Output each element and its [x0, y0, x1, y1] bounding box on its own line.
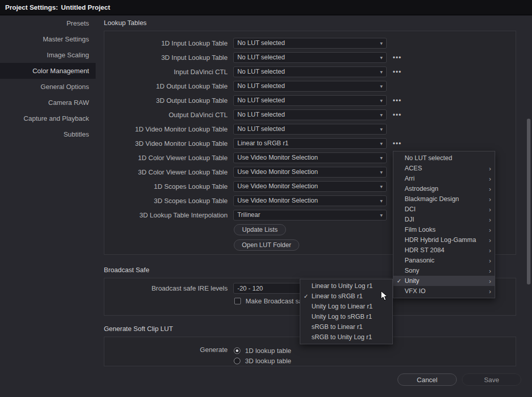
menu-item-label: Sony — [405, 267, 485, 274]
submenu-arrow-icon: › — [485, 216, 495, 224]
more-options-button[interactable]: ••• — [393, 140, 402, 147]
dropdown-value: No LUT selected — [237, 97, 377, 104]
chevron-down-icon: ▾ — [380, 126, 383, 132]
chevron-down-icon: ▾ — [380, 141, 383, 146]
menu-item-unity[interactable]: ✓ Unity › — [393, 276, 495, 286]
chevron-down-icon: ▾ — [380, 83, 383, 89]
field-label: Input DaVinci CTL — [104, 68, 228, 76]
submenu-item-linear-to-srgb[interactable]: ✓ Linear to sRGB r1 — [300, 291, 392, 301]
menu-item-arri[interactable]: Arri › — [393, 173, 495, 184]
open-lut-folder-button[interactable]: Open LUT Folder — [234, 239, 299, 251]
row-1d-video-monitor-lut: 1D Video Monitor Lookup Table No LUT sel… — [104, 122, 516, 136]
sidebar-item-general-options[interactable]: General Options — [0, 79, 96, 95]
dropdown-1d-output-lut[interactable]: No LUT selected ▾ — [233, 81, 387, 92]
chevron-down-icon: ▾ — [380, 212, 383, 218]
submenu-item-linear-to-unity-log[interactable]: Linear to Unity Log r1 — [300, 281, 392, 291]
sidebar-item-image-scaling[interactable]: Image Scaling — [0, 47, 96, 63]
dropdown-1d-video-monitor-lut[interactable]: No LUT selected ▾ — [233, 124, 387, 135]
sidebar-item-master-settings[interactable]: Master Settings — [0, 31, 96, 47]
menu-item-aces[interactable]: ACES › — [393, 163, 495, 173]
menu-item-label: sRGB to Unity Log r1 — [312, 334, 392, 341]
field-label: 1D Color Viewer Lookup Table — [104, 154, 228, 162]
field-label: 1D Input Lookup Table — [104, 39, 228, 47]
option-1d-lookup-table[interactable]: 1D lookup table — [234, 345, 291, 356]
sidebar-item-capture-playback[interactable]: Capture and Playback — [0, 111, 96, 126]
menu-item-astrodesign[interactable]: Astrodesign › — [393, 184, 495, 194]
submenu-arrow-icon: › — [485, 195, 495, 203]
dropdown-3d-lut-interpolation[interactable]: Trilinear ▾ — [233, 210, 387, 220]
menu-item-blackmagic-design[interactable]: Blackmagic Design › — [393, 194, 495, 204]
chevron-down-icon: ▾ — [380, 112, 383, 118]
radio-1d-selected[interactable] — [234, 347, 240, 354]
submenu-arrow-icon: › — [485, 165, 495, 172]
sidebar-item-presets[interactable]: Presets — [0, 15, 96, 31]
field-label: Output DaVinci CTL — [104, 111, 228, 119]
field-label: 1D Video Monitor Lookup Table — [104, 125, 228, 133]
dropdown-value: No LUT selected — [237, 39, 377, 47]
submenu-item-unity-log-to-linear[interactable]: Unity Log to Linear r1 — [300, 301, 392, 312]
dropdown-input-davinci-ctl[interactable]: No LUT selected ▾ — [233, 67, 387, 77]
submenu-arrow-icon: › — [485, 236, 495, 244]
check-icon: ✓ — [393, 278, 405, 284]
menu-item-label: ACES — [405, 165, 485, 172]
sidebar-item-color-management[interactable]: Color Management — [0, 63, 96, 79]
make-broadcast-safe-checkbox[interactable] — [234, 298, 241, 304]
sidebar-item-subtitles[interactable]: Subtitles — [0, 126, 96, 142]
menu-item-label: VFX IO — [405, 288, 485, 295]
sidebar-item-camera-raw[interactable]: Camera RAW — [0, 95, 96, 111]
menu-item-film-looks[interactable]: Film Looks › — [393, 225, 495, 235]
chevron-down-icon: ▾ — [380, 40, 383, 46]
dropdown-1d-scopes-lut[interactable]: Use Video Monitor Selection ▾ — [233, 181, 387, 192]
menu-item-dji[interactable]: DJI › — [393, 214, 495, 225]
row-3d-input-lut: 3D Input Lookup Table No LUT selected ▾ … — [104, 50, 516, 64]
dropdown-1d-input-lut[interactable]: No LUT selected ▾ — [233, 38, 387, 49]
submenu-arrow-icon: › — [485, 206, 495, 213]
menu-item-hdr-st-2084[interactable]: HDR ST 2084 › — [393, 245, 495, 255]
more-options-button[interactable]: ••• — [393, 68, 402, 75]
cancel-button[interactable]: Cancel — [397, 373, 457, 386]
dropdown-3d-scopes-lut[interactable]: Use Video Monitor Selection ▾ — [233, 195, 387, 206]
radio-label: 1D lookup table — [245, 347, 291, 355]
menu-item-label: Unity — [405, 277, 485, 284]
submenu-item-srgb-to-linear[interactable]: sRGB to Linear r1 — [300, 322, 392, 332]
title-bar: Project Settings: Untitled Project — [0, 0, 532, 15]
submenu-item-unity-log-to-srgb[interactable]: Unity Log to sRGB r1 — [300, 312, 392, 322]
more-options-button[interactable]: ••• — [393, 97, 402, 104]
dropdown-value: No LUT selected — [237, 54, 377, 61]
dropdown-3d-video-monitor-lut[interactable]: Linear to sRGB r1 ▾ — [233, 138, 387, 149]
radio-3d-unselected[interactable] — [234, 358, 240, 364]
dropdown-3d-color-viewer-lut[interactable]: Use Video Monitor Selection ▾ — [233, 167, 387, 178]
lookup-tables-heading: Lookup Tables — [104, 19, 147, 27]
dropdown-1d-color-viewer-lut[interactable]: Use Video Monitor Selection ▾ — [233, 152, 387, 163]
more-options-button[interactable]: ••• — [393, 54, 402, 61]
dropdown-3d-input-lut[interactable]: No LUT selected ▾ — [233, 52, 387, 63]
field-label: Generate — [104, 345, 228, 354]
sidebar-item-label: Presets — [66, 19, 89, 27]
menu-item-dci[interactable]: DCI › — [393, 204, 495, 214]
menu-item-panasonic[interactable]: Panasonic › — [393, 255, 495, 266]
row-1d-input-lut: 1D Input Lookup Table No LUT selected ▾ — [104, 36, 516, 50]
submenu-item-srgb-to-unity-log[interactable]: sRGB to Unity Log r1 — [300, 332, 392, 342]
menu-item-label: Arri — [405, 175, 485, 182]
menu-item-vfx-io[interactable]: VFX IO › — [393, 286, 495, 296]
field-label: 1D Output Lookup Table — [104, 82, 228, 90]
menu-item-label: sRGB to Linear r1 — [312, 323, 392, 330]
vertical-scrollbar-thumb[interactable] — [527, 119, 530, 284]
submenu-arrow-icon: › — [485, 247, 495, 254]
dropdown-3d-output-lut[interactable]: No LUT selected ▾ — [233, 95, 387, 106]
row-output-davinci-ctl: Output DaVinci CTL No LUT selected ▾ ••• — [104, 107, 516, 122]
menu-item-label: Unity Log to sRGB r1 — [312, 313, 392, 320]
checkbox-label: Make Broadcast safe — [246, 297, 308, 305]
update-lists-button[interactable]: Update Lists — [234, 224, 286, 235]
broadcast-safe-heading: Broadcast Safe — [104, 266, 149, 274]
option-3d-lookup-table[interactable]: 3D lookup table — [234, 356, 291, 366]
more-options-button[interactable]: ••• — [393, 111, 402, 118]
dropdown-output-davinci-ctl[interactable]: No LUT selected ▾ — [233, 109, 387, 120]
row-3d-output-lut: 3D Output Lookup Table No LUT selected ▾… — [104, 93, 516, 107]
menu-item-sony[interactable]: Sony › — [393, 266, 495, 276]
save-button[interactable]: Save — [462, 373, 521, 386]
menu-item-hdr-hybrid-log-gamma[interactable]: HDR Hybrid Log-Gamma › — [393, 235, 495, 245]
field-label: 1D Scopes Lookup Table — [104, 183, 228, 190]
menu-item-label: Unity Log to Linear r1 — [312, 303, 392, 310]
menu-item-no-lut-selected[interactable]: No LUT selected — [393, 153, 495, 163]
